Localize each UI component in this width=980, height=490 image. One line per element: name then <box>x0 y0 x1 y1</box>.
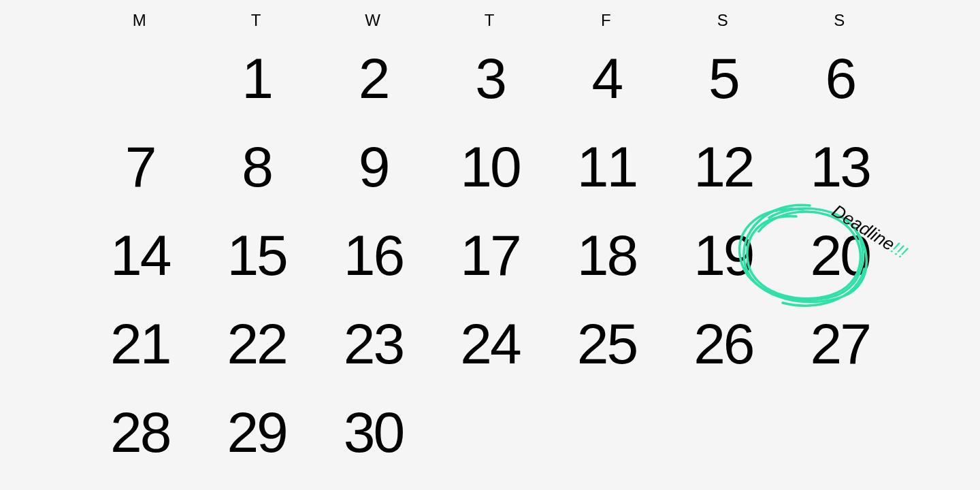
day-cell[interactable]: 7 <box>82 122 198 211</box>
week-row: 7 8 9 10 11 12 13 <box>82 122 898 211</box>
day-cell[interactable]: 1 <box>198 34 314 122</box>
day-cell[interactable]: 22 <box>198 299 314 388</box>
day-cell[interactable]: 23 <box>315 299 431 388</box>
day-cell[interactable]: 13 <box>782 122 898 211</box>
day-cell[interactable]: 29 <box>198 388 314 476</box>
weekday-header-tue: T <box>198 7 314 34</box>
day-cell[interactable]: 19 <box>665 211 781 299</box>
day-cell[interactable]: 12 <box>665 122 781 211</box>
weekday-header-sun: S <box>782 7 898 34</box>
week-row: 14 15 16 17 18 19 20 <box>82 211 898 299</box>
day-cell[interactable]: 24 <box>431 299 548 388</box>
weekday-header-fri: F <box>549 7 665 34</box>
weekday-header-thu: T <box>431 7 548 34</box>
day-cell[interactable]: 15 <box>198 211 314 299</box>
day-cell[interactable]: 18 <box>549 211 665 299</box>
week-row: 21 22 23 24 25 26 27 <box>82 299 898 388</box>
day-cell[interactable]: 30 <box>315 388 431 476</box>
day-cell[interactable]: 10 <box>431 122 548 211</box>
week-row: 1 2 3 4 5 6 <box>82 34 898 122</box>
weekday-header-wed: W <box>315 7 431 34</box>
day-cell[interactable]: 14 <box>82 211 198 299</box>
weekday-header-mon: M <box>82 7 198 34</box>
calendar: M T W T F S S 1 2 3 4 5 6 7 8 9 10 11 12… <box>0 0 980 490</box>
day-cell[interactable]: 26 <box>665 299 781 388</box>
day-cell[interactable]: 2 <box>315 34 431 122</box>
day-cell[interactable]: 3 <box>431 34 548 122</box>
day-cell[interactable]: 8 <box>198 122 314 211</box>
day-cell[interactable]: 25 <box>549 299 665 388</box>
day-cell[interactable]: 4 <box>549 34 665 122</box>
week-row: 28 29 30 <box>82 388 898 476</box>
day-cell[interactable]: 9 <box>315 122 431 211</box>
calendar-weeks: 1 2 3 4 5 6 7 8 9 10 11 12 13 14 15 16 1… <box>82 34 898 476</box>
weekday-header-row: M T W T F S S <box>82 7 898 34</box>
day-cell[interactable]: 5 <box>665 34 781 122</box>
day-cell[interactable]: 16 <box>315 211 431 299</box>
day-cell[interactable]: 17 <box>431 211 548 299</box>
day-cell[interactable]: 21 <box>82 299 198 388</box>
weekday-header-sat: S <box>665 7 781 34</box>
day-cell[interactable]: 11 <box>549 122 665 211</box>
day-cell[interactable]: 27 <box>782 299 898 388</box>
day-cell[interactable]: 28 <box>82 388 198 476</box>
day-cell[interactable]: 6 <box>782 34 898 122</box>
